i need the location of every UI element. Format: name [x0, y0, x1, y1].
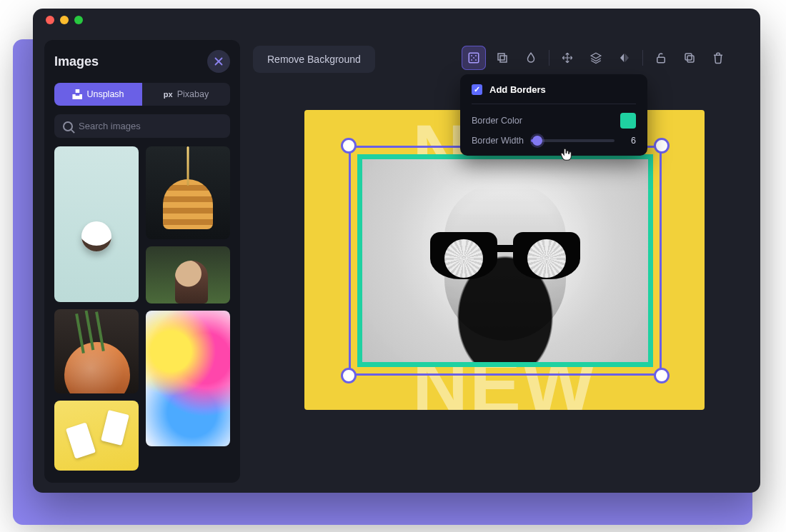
flip-tool-button[interactable] [612, 46, 637, 70]
slider-knob[interactable] [532, 136, 542, 146]
window-zoom-dot[interactable] [74, 16, 83, 24]
tab-pixabay[interactable]: px Pixabay [142, 83, 230, 106]
borders-icon [467, 51, 480, 64]
add-borders-checkbox[interactable]: ✓ [472, 84, 482, 95]
selection-outline [349, 146, 662, 376]
search-input[interactable] [79, 121, 222, 131]
toolbar-separator [549, 50, 549, 66]
svg-rect-9 [687, 56, 694, 62]
border-color-label: Border Color [472, 116, 522, 126]
layers-icon [590, 51, 602, 64]
search-icon [63, 121, 73, 131]
borders-popover: ✓ Add Borders Border Color Border Width … [460, 74, 647, 156]
thumbnail[interactable] [146, 146, 230, 239]
lock-tool-button[interactable] [649, 46, 673, 70]
shadow-tool-button[interactable] [490, 46, 514, 70]
resize-handle-br[interactable] [654, 368, 670, 383]
svg-point-4 [475, 59, 477, 61]
droplet-icon [524, 51, 537, 64]
svg-rect-6 [498, 54, 504, 60]
panel-close-button[interactable] [207, 50, 230, 73]
popover-title: Add Borders [489, 84, 546, 95]
resize-handle-tl[interactable] [341, 138, 357, 154]
svg-rect-8 [657, 57, 665, 63]
svg-rect-10 [685, 54, 692, 60]
duplicate-tool-button[interactable] [677, 46, 702, 70]
window-titlebar [33, 9, 760, 31]
tab-unsplash-label: Unsplash [86, 89, 124, 99]
svg-point-2 [475, 55, 477, 56]
app-window: Images Unsplash px Pixabay [33, 9, 760, 493]
svg-point-3 [471, 59, 472, 61]
image-grid [54, 146, 230, 473]
position-tool-button[interactable] [555, 46, 579, 70]
resize-handle-tr[interactable] [654, 138, 670, 154]
svg-point-1 [471, 55, 472, 56]
border-width-label: Border Width [472, 136, 524, 146]
border-color-swatch[interactable] [620, 113, 636, 129]
selected-element[interactable] [349, 146, 662, 376]
search-box[interactable] [54, 114, 230, 138]
source-tabs: Unsplash px Pixabay [54, 83, 230, 106]
remove-background-button[interactable]: Remove Background [253, 46, 375, 73]
thumbnail[interactable] [54, 401, 139, 471]
border-width-value: 6 [623, 136, 636, 146]
copy-icon [683, 51, 696, 64]
move-icon [561, 51, 574, 64]
unlock-icon [655, 51, 667, 64]
toolbar-separator [642, 50, 643, 66]
context-toolbar [462, 46, 730, 70]
unsplash-icon [72, 89, 82, 99]
thumbnail[interactable] [54, 309, 139, 393]
flip-icon [618, 51, 631, 64]
delete-tool-button[interactable] [706, 46, 730, 70]
panel-title: Images [54, 54, 99, 69]
border-width-slider[interactable] [531, 139, 615, 142]
images-panel: Images Unsplash px Pixabay [44, 40, 240, 483]
pixabay-icon: px [164, 90, 173, 99]
svg-rect-7 [500, 56, 507, 62]
shadow-icon [496, 51, 509, 64]
layers-tool-button[interactable] [584, 46, 608, 70]
tab-unsplash[interactable]: Unsplash [54, 83, 142, 106]
resize-handle-bl[interactable] [341, 368, 357, 383]
thumbnail[interactable] [146, 246, 230, 303]
thumbnail[interactable] [146, 311, 230, 446]
thumbnail[interactable] [54, 146, 139, 302]
borders-tool-button[interactable] [462, 46, 486, 70]
remove-background-label: Remove Background [267, 54, 361, 65]
opacity-tool-button[interactable] [519, 46, 543, 70]
tab-pixabay-label: Pixabay [177, 89, 209, 99]
window-close-dot[interactable] [46, 16, 54, 24]
svg-point-5 [473, 57, 474, 59]
window-minimize-dot[interactable] [60, 16, 69, 24]
close-icon [212, 55, 225, 68]
trash-icon [712, 51, 725, 64]
